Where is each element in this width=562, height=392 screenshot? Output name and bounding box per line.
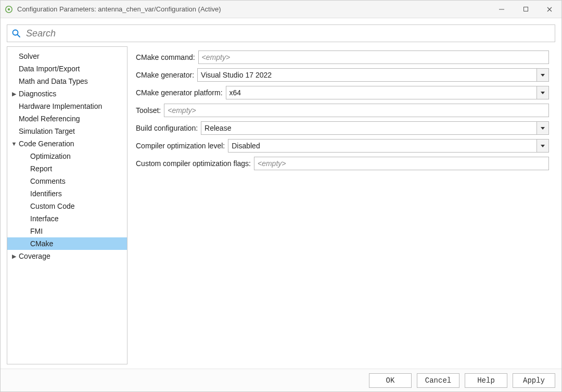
tree-item-code-generation[interactable]: ▼Code Generation [7,137,127,150]
setting-input[interactable]: <empty> [254,157,549,170]
tree-item-label: Interface [22,214,58,223]
setting-label: Compiler optimization level: [136,142,228,150]
svg-marker-10 [541,127,545,130]
tree-item-fmi[interactable]: FMI [7,225,127,237]
setting-label: Build configuration: [136,124,201,132]
chevron-down-icon[interactable] [537,139,549,153]
close-button[interactable] [538,1,561,18]
close-icon [546,6,553,12]
help-button[interactable]: Help [465,373,507,388]
category-tree[interactable]: SolverData Import/ExportMath and Data Ty… [7,46,127,364]
setting-value[interactable]: x64 [226,86,537,99]
setting-row-cmake-command: CMake command:<empty> [136,50,549,64]
config-parameters-window: Configuration Parameters: antenna_chen_v… [0,0,562,392]
setting-input[interactable]: <empty> [198,50,549,64]
setting-row-build-configuration: Build configuration:Release [136,121,549,135]
svg-rect-3 [523,7,528,11]
cancel-button[interactable]: Cancel [417,373,459,388]
setting-row-cmake-generator: CMake generator:Visual Studio 17 2022 [136,68,549,82]
svg-marker-9 [541,92,545,94]
svg-marker-11 [541,145,545,147]
tree-item-label: Identifiers [22,189,62,198]
caret-right-icon[interactable]: ▶ [10,253,18,260]
maximize-button[interactable] [514,1,538,18]
tree-item-interface[interactable]: Interface [7,212,127,225]
search-bar[interactable] [7,24,555,42]
search-input[interactable] [25,28,551,40]
svg-line-7 [17,34,20,37]
maximize-icon [523,6,529,12]
ok-button[interactable]: OK [369,373,412,388]
tree-item-model-referencing[interactable]: Model Referencing [7,112,127,125]
tree-item-label: Data Import/Export [18,65,80,73]
setting-row-cmake-generator-platform: CMake generator platform:x64 [136,86,549,99]
tree-item-coverage[interactable]: ▶Coverage [7,250,127,262]
minimize-icon [499,6,505,12]
titlebar: Configuration Parameters: antenna_chen_v… [1,1,561,18]
tree-item-comments[interactable]: Comments [7,175,127,187]
minimize-button[interactable] [490,1,514,18]
tree-item-label: FMI [22,227,43,235]
tree-item-solver[interactable]: Solver [7,50,127,62]
window-buttons [490,1,561,18]
main-body: SolverData Import/ExportMath and Data Ty… [1,46,561,369]
tree-item-label: Hardware Implementation [18,102,102,110]
caret-down-icon[interactable]: ▼ [10,141,18,147]
setting-value[interactable]: Disabled [228,139,537,153]
settings-panel: CMake command:<empty>CMake generator:Vis… [127,46,555,364]
tree-item-data-import-export[interactable]: Data Import/Export [7,62,127,75]
tree-item-label: Code Generation [18,140,74,148]
setting-label: CMake generator: [136,71,197,79]
apply-button[interactable]: Apply [513,373,555,388]
svg-marker-8 [541,74,545,77]
setting-row-custom-compiler-optimization-flags: Custom compiler optimization flags:<empt… [136,157,549,170]
chevron-down-icon[interactable] [537,68,549,82]
tree-item-label: Custom Code [22,202,75,210]
tree-item-optimization[interactable]: Optimization [7,150,127,162]
chevron-down-icon[interactable] [537,121,549,135]
tree-item-custom-code[interactable]: Custom Code [7,200,127,212]
setting-input[interactable]: <empty> [164,104,549,117]
tree-item-hardware-implementation[interactable]: Hardware Implementation [7,100,127,112]
setting-combo[interactable]: x64 [226,86,549,99]
tree-item-math-and-data-types[interactable]: Math and Data Types [7,75,127,87]
tree-item-report[interactable]: Report [7,162,127,175]
tree-item-label: Comments [22,177,66,185]
app-icon [5,5,13,14]
search-icon [11,29,21,38]
setting-label: CMake generator platform: [136,88,226,97]
tree-item-diagnostics[interactable]: ▶Diagnostics [7,87,127,100]
setting-value[interactable]: Visual Studio 17 2022 [197,68,537,82]
setting-row-toolset: Toolset:<empty> [136,104,549,117]
tree-item-label: Math and Data Types [18,77,88,85]
svg-point-1 [8,8,10,10]
window-title: Configuration Parameters: antenna_chen_v… [17,5,490,13]
tree-item-simulation-target[interactable]: Simulation Target [7,125,127,137]
setting-label: CMake command: [136,53,198,61]
tree-item-label: Diagnostics [18,90,56,98]
tree-item-label: Report [22,165,52,173]
chevron-down-icon[interactable] [537,86,549,99]
dialog-footer: OK Cancel Help Apply [1,369,561,391]
setting-label: Custom compiler optimization flags: [136,159,254,168]
tree-item-label: Simulation Target [18,127,75,135]
setting-combo[interactable]: Disabled [228,139,549,153]
setting-label: Toolset: [136,106,164,115]
setting-value[interactable]: Release [201,121,537,135]
tree-item-identifiers[interactable]: Identifiers [7,187,127,200]
setting-combo[interactable]: Release [201,121,549,135]
tree-item-label: Solver [18,52,40,60]
tree-item-label: Optimization [22,152,71,160]
tree-item-cmake[interactable]: CMake [7,237,127,250]
setting-row-compiler-optimization-level: Compiler optimization level:Disabled [136,139,549,153]
caret-right-icon[interactable]: ▶ [10,91,18,97]
setting-combo[interactable]: Visual Studio 17 2022 [197,68,549,82]
tree-item-label: Model Referencing [18,115,80,123]
tree-item-label: Coverage [18,252,50,260]
tree-item-label: CMake [22,239,53,248]
